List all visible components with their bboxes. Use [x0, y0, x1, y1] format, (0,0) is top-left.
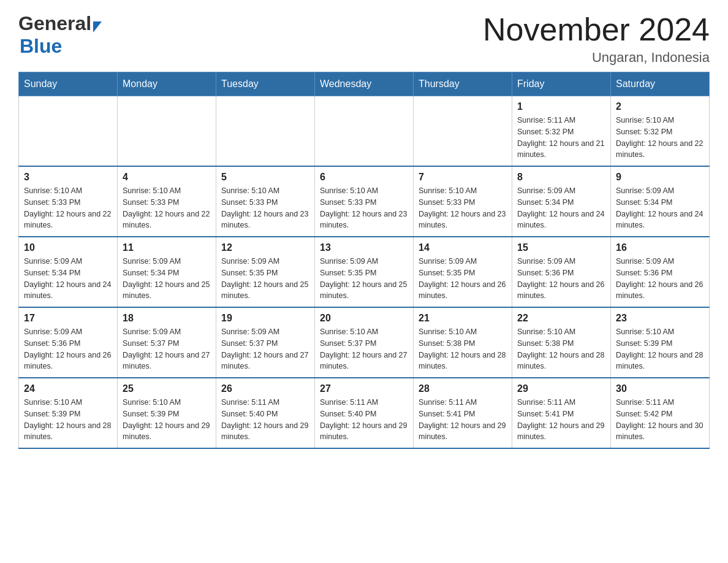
col-header-sunday: Sunday [19, 72, 118, 96]
day-number: 27 [320, 383, 408, 394]
col-header-tuesday: Tuesday [216, 72, 315, 96]
day-info: Sunrise: 5:10 AM Sunset: 5:39 PM Dayligh… [123, 397, 211, 443]
calendar-header-row: SundayMondayTuesdayWednesdayThursdayFrid… [19, 72, 710, 96]
day-number: 30 [616, 383, 704, 394]
day-info: Sunrise: 5:10 AM Sunset: 5:39 PM Dayligh… [616, 326, 704, 372]
day-number: 25 [123, 383, 211, 394]
calendar-table: SundayMondayTuesdayWednesdayThursdayFrid… [18, 72, 710, 449]
calendar-cell: 1Sunrise: 5:11 AM Sunset: 5:32 PM Daylig… [512, 96, 611, 167]
day-number: 2 [616, 101, 704, 112]
calendar-cell: 18Sunrise: 5:09 AM Sunset: 5:37 PM Dayli… [118, 307, 216, 378]
calendar-cell: 8Sunrise: 5:09 AM Sunset: 5:34 PM Daylig… [512, 166, 611, 237]
calendar-cell: 7Sunrise: 5:10 AM Sunset: 5:33 PM Daylig… [414, 166, 512, 237]
calendar-cell: 24Sunrise: 5:10 AM Sunset: 5:39 PM Dayli… [19, 378, 118, 448]
day-number: 18 [123, 313, 211, 324]
calendar-cell: 21Sunrise: 5:10 AM Sunset: 5:38 PM Dayli… [414, 307, 512, 378]
day-number: 4 [123, 172, 211, 183]
calendar-title: November 2024 [483, 12, 710, 47]
logo-blue-text: Blue [20, 35, 62, 57]
day-number: 23 [616, 313, 704, 324]
day-info: Sunrise: 5:10 AM Sunset: 5:39 PM Dayligh… [24, 397, 112, 443]
day-number: 14 [419, 242, 507, 253]
day-number: 10 [24, 242, 112, 253]
calendar-cell: 19Sunrise: 5:09 AM Sunset: 5:37 PM Dayli… [216, 307, 315, 378]
day-number: 19 [221, 313, 309, 324]
calendar-cell: 27Sunrise: 5:11 AM Sunset: 5:40 PM Dayli… [315, 378, 414, 448]
calendar-cell: 28Sunrise: 5:11 AM Sunset: 5:41 PM Dayli… [414, 378, 512, 448]
day-number: 26 [221, 383, 309, 394]
day-number: 8 [517, 172, 605, 183]
calendar-cell [216, 96, 315, 167]
calendar-cell: 4Sunrise: 5:10 AM Sunset: 5:33 PM Daylig… [118, 166, 216, 237]
day-number: 28 [419, 383, 507, 394]
day-info: Sunrise: 5:11 AM Sunset: 5:40 PM Dayligh… [320, 397, 408, 443]
calendar-cell: 20Sunrise: 5:10 AM Sunset: 5:37 PM Dayli… [315, 307, 414, 378]
day-info: Sunrise: 5:10 AM Sunset: 5:33 PM Dayligh… [320, 185, 408, 231]
calendar-location: Ungaran, Indonesia [483, 50, 710, 66]
calendar-cell: 22Sunrise: 5:10 AM Sunset: 5:38 PM Dayli… [512, 307, 611, 378]
day-info: Sunrise: 5:11 AM Sunset: 5:32 PM Dayligh… [517, 115, 605, 161]
calendar-cell: 11Sunrise: 5:09 AM Sunset: 5:34 PM Dayli… [118, 237, 216, 307]
day-info: Sunrise: 5:11 AM Sunset: 5:42 PM Dayligh… [616, 397, 704, 443]
day-number: 20 [320, 313, 408, 324]
day-info: Sunrise: 5:11 AM Sunset: 5:40 PM Dayligh… [221, 397, 309, 443]
calendar-cell: 6Sunrise: 5:10 AM Sunset: 5:33 PM Daylig… [315, 166, 414, 237]
day-info: Sunrise: 5:10 AM Sunset: 5:38 PM Dayligh… [517, 326, 605, 372]
calendar-cell: 23Sunrise: 5:10 AM Sunset: 5:39 PM Dayli… [611, 307, 710, 378]
calendar-week-row: 1Sunrise: 5:11 AM Sunset: 5:32 PM Daylig… [19, 96, 710, 167]
calendar-cell [118, 96, 216, 167]
day-info: Sunrise: 5:10 AM Sunset: 5:38 PM Dayligh… [419, 326, 507, 372]
day-info: Sunrise: 5:09 AM Sunset: 5:34 PM Dayligh… [517, 185, 605, 231]
day-number: 13 [320, 242, 408, 253]
day-info: Sunrise: 5:11 AM Sunset: 5:41 PM Dayligh… [517, 397, 605, 443]
day-number: 21 [419, 313, 507, 324]
day-number: 16 [616, 242, 704, 253]
day-number: 15 [517, 242, 605, 253]
calendar-week-row: 3Sunrise: 5:10 AM Sunset: 5:33 PM Daylig… [19, 166, 710, 237]
day-number: 11 [123, 242, 211, 253]
calendar-cell: 5Sunrise: 5:10 AM Sunset: 5:33 PM Daylig… [216, 166, 315, 237]
day-info: Sunrise: 5:09 AM Sunset: 5:37 PM Dayligh… [123, 326, 211, 372]
col-header-monday: Monday [118, 72, 216, 96]
title-block: November 2024 Ungaran, Indonesia [483, 12, 710, 66]
logo-triangle-icon [93, 21, 102, 33]
day-number: 22 [517, 313, 605, 324]
page-header: General Blue November 2024 Ungaran, Indo… [18, 12, 710, 66]
calendar-week-row: 10Sunrise: 5:09 AM Sunset: 5:34 PM Dayli… [19, 237, 710, 307]
calendar-cell [19, 96, 118, 167]
calendar-cell: 29Sunrise: 5:11 AM Sunset: 5:41 PM Dayli… [512, 378, 611, 448]
day-info: Sunrise: 5:10 AM Sunset: 5:33 PM Dayligh… [221, 185, 309, 231]
day-info: Sunrise: 5:09 AM Sunset: 5:34 PM Dayligh… [24, 256, 112, 302]
day-info: Sunrise: 5:09 AM Sunset: 5:36 PM Dayligh… [616, 256, 704, 302]
calendar-cell: 13Sunrise: 5:09 AM Sunset: 5:35 PM Dayli… [315, 237, 414, 307]
calendar-cell: 3Sunrise: 5:10 AM Sunset: 5:33 PM Daylig… [19, 166, 118, 237]
calendar-cell: 25Sunrise: 5:10 AM Sunset: 5:39 PM Dayli… [118, 378, 216, 448]
day-number: 6 [320, 172, 408, 183]
day-info: Sunrise: 5:09 AM Sunset: 5:35 PM Dayligh… [221, 256, 309, 302]
calendar-cell: 14Sunrise: 5:09 AM Sunset: 5:35 PM Dayli… [414, 237, 512, 307]
calendar-cell [414, 96, 512, 167]
day-info: Sunrise: 5:09 AM Sunset: 5:35 PM Dayligh… [419, 256, 507, 302]
day-info: Sunrise: 5:10 AM Sunset: 5:33 PM Dayligh… [24, 185, 112, 231]
col-header-saturday: Saturday [611, 72, 710, 96]
day-info: Sunrise: 5:10 AM Sunset: 5:32 PM Dayligh… [616, 115, 704, 161]
day-info: Sunrise: 5:10 AM Sunset: 5:33 PM Dayligh… [419, 185, 507, 231]
day-info: Sunrise: 5:09 AM Sunset: 5:34 PM Dayligh… [123, 256, 211, 302]
calendar-cell: 10Sunrise: 5:09 AM Sunset: 5:34 PM Dayli… [19, 237, 118, 307]
day-info: Sunrise: 5:11 AM Sunset: 5:41 PM Dayligh… [419, 397, 507, 443]
col-header-wednesday: Wednesday [315, 72, 414, 96]
day-number: 9 [616, 172, 704, 183]
calendar-cell [315, 96, 414, 167]
calendar-week-row: 24Sunrise: 5:10 AM Sunset: 5:39 PM Dayli… [19, 378, 710, 448]
calendar-cell: 16Sunrise: 5:09 AM Sunset: 5:36 PM Dayli… [611, 237, 710, 307]
day-number: 7 [419, 172, 507, 183]
day-number: 24 [24, 383, 112, 394]
calendar-cell: 9Sunrise: 5:09 AM Sunset: 5:34 PM Daylig… [611, 166, 710, 237]
day-number: 1 [517, 101, 605, 112]
day-info: Sunrise: 5:10 AM Sunset: 5:33 PM Dayligh… [123, 185, 211, 231]
day-number: 17 [24, 313, 112, 324]
calendar-cell: 17Sunrise: 5:09 AM Sunset: 5:36 PM Dayli… [19, 307, 118, 378]
logo: General Blue [18, 12, 102, 58]
calendar-cell: 26Sunrise: 5:11 AM Sunset: 5:40 PM Dayli… [216, 378, 315, 448]
day-number: 3 [24, 172, 112, 183]
